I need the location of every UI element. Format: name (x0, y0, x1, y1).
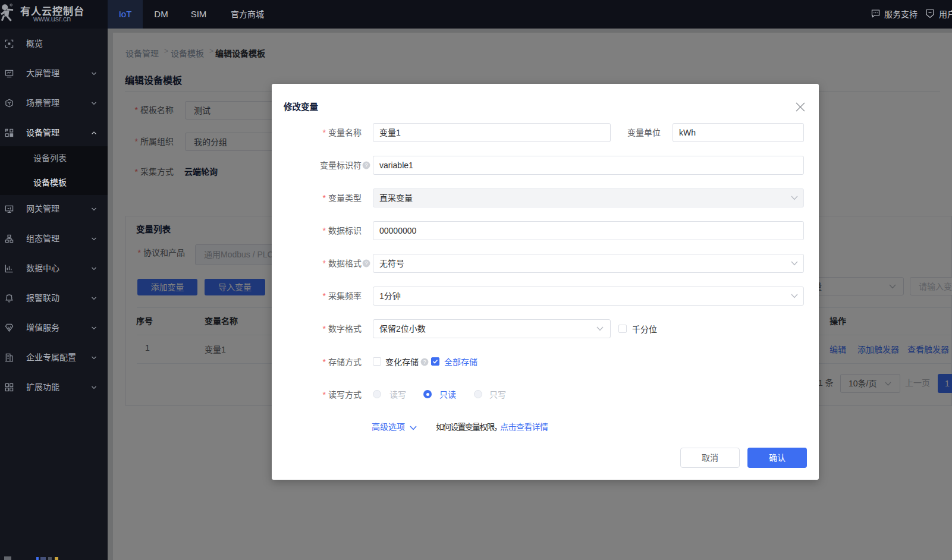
svg-text:?: ? (365, 162, 367, 168)
svg-text:?: ? (365, 260, 367, 266)
svg-text:?: ? (423, 359, 426, 365)
